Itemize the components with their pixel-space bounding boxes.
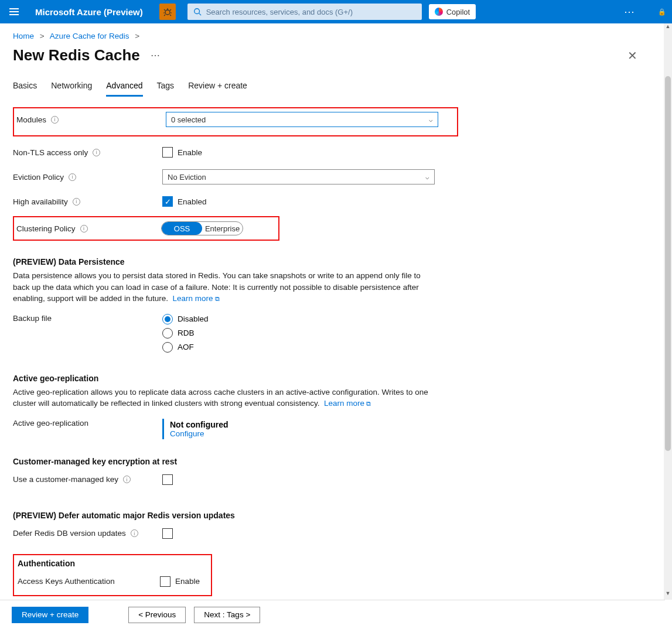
chevron-down-icon: ⌵ — [429, 116, 433, 124]
svg-point-1 — [194, 9, 199, 14]
geo-header: Active geo-replication — [13, 374, 458, 383]
copilot-button[interactable]: Copilot — [429, 4, 476, 19]
review-create-button[interactable]: Review + create — [12, 607, 88, 623]
breadcrumb-azure-cache[interactable]: Azure Cache for Redis — [50, 32, 129, 40]
defer-row-label: Defer Redis DB version updates — [13, 529, 126, 538]
auth-checkbox[interactable] — [160, 576, 170, 587]
breadcrumb-home[interactable]: Home — [13, 32, 34, 40]
cmk-checkbox[interactable] — [162, 474, 173, 485]
persistence-header: (PREVIEW) Data Persistence — [13, 257, 458, 266]
persistence-learn-more[interactable]: Learn more⧉ — [172, 294, 219, 303]
modules-label: Modules — [16, 115, 46, 124]
info-icon[interactable]: i — [73, 198, 80, 206]
external-link-icon: ⧉ — [366, 400, 371, 407]
search-input[interactable]: Search resources, services, and docs (G+… — [187, 4, 422, 20]
info-icon[interactable]: i — [51, 116, 59, 124]
info-icon[interactable]: i — [80, 225, 88, 233]
feedback-bug-button[interactable] — [159, 4, 176, 20]
search-placeholder: Search resources, services, and docs (G+… — [206, 8, 353, 16]
geo-row-label: Active geo-replication — [13, 419, 88, 428]
tab-networking[interactable]: Networking — [51, 76, 92, 97]
nontls-label: Non-TLS access only — [13, 148, 88, 157]
clustering-oss[interactable]: OSS — [162, 222, 202, 235]
persistence-desc: Data persistence allows you to persist d… — [13, 270, 435, 305]
search-icon — [193, 8, 202, 16]
topbar: Microsoft Azure (Preview) Search resourc… — [0, 0, 672, 23]
svg-point-0 — [165, 10, 170, 15]
clustering-label: Clustering Policy — [16, 224, 76, 233]
tab-review[interactable]: Review + create — [188, 76, 247, 97]
backup-radio-rdb[interactable] — [162, 328, 173, 339]
info-icon[interactable]: i — [131, 529, 138, 537]
chevron-down-icon: ⌵ — [425, 173, 429, 181]
tab-basics[interactable]: Basics — [13, 76, 37, 97]
eviction-select[interactable]: No Eviction ⌵ — [162, 169, 435, 184]
eviction-label: Eviction Policy — [13, 173, 64, 182]
geo-configure-link[interactable]: Configure — [170, 429, 458, 438]
geo-learn-more[interactable]: Learn more⧉ — [324, 399, 371, 408]
scrollbar-thumb[interactable] — [665, 76, 671, 451]
copilot-icon — [435, 8, 443, 16]
close-icon[interactable]: ✕ — [627, 49, 643, 63]
external-link-icon: ⧉ — [215, 295, 220, 302]
tabs: Basics Networking Advanced Tags Review +… — [13, 76, 643, 97]
geo-desc: Active geo-replication allows you to rep… — [13, 387, 435, 409]
scroll-up-icon[interactable]: ▲ — [664, 23, 672, 33]
breadcrumb: Home > Azure Cache for Redis > — [13, 32, 643, 40]
ha-checkbox[interactable] — [162, 196, 173, 207]
scrollbar[interactable]: ▲ ▼ — [664, 23, 672, 600]
nontls-checkbox[interactable] — [162, 147, 173, 158]
content-area: Home > Azure Cache for Redis > New Redis… — [0, 23, 672, 600]
title-more-icon[interactable]: ⋯ — [151, 50, 160, 61]
brand: Microsoft Azure (Preview) — [35, 7, 143, 17]
bug-icon — [163, 7, 172, 16]
topbar-more-icon[interactable]: ⋯ — [624, 5, 635, 18]
tab-tags[interactable]: Tags — [157, 76, 175, 97]
hamburger-menu[interactable] — [9, 6, 21, 18]
backup-radio-disabled[interactable] — [162, 314, 173, 324]
auth-row-label: Access Keys Authentication — [18, 577, 115, 586]
tab-advanced[interactable]: Advanced — [106, 76, 142, 97]
info-icon[interactable]: i — [69, 173, 76, 181]
scroll-down-icon[interactable]: ▼ — [664, 590, 672, 600]
info-icon[interactable]: i — [93, 149, 100, 156]
footer: Review + create < Previous Next : Tags > — [0, 600, 665, 629]
page-title: New Redis Cache — [13, 46, 140, 64]
next-button[interactable]: Next : Tags > — [194, 607, 260, 623]
cmk-header: Customer-managed key encryption at rest — [13, 457, 458, 466]
previous-button[interactable]: < Previous — [128, 607, 186, 623]
ha-label: High availability — [13, 197, 68, 206]
modules-select[interactable]: 0 selected ⌵ — [166, 112, 438, 127]
info-icon[interactable]: i — [123, 476, 131, 483]
backup-file-label: Backup file — [13, 314, 52, 323]
auth-header: Authentication — [18, 559, 207, 568]
defer-header: (PREVIEW) Defer automatic major Redis ve… — [13, 511, 458, 520]
clustering-toggle[interactable]: OSS Enterprise — [161, 221, 243, 235]
geo-not-configured: Not configured — [170, 420, 458, 429]
defer-checkbox[interactable] — [162, 528, 173, 539]
lock-icon: 🔒 — [658, 8, 666, 16]
cmk-row-label: Use a customer-managed key — [13, 475, 118, 484]
clustering-enterprise[interactable]: Enterprise — [202, 222, 243, 235]
backup-radio-aof[interactable] — [162, 342, 173, 353]
